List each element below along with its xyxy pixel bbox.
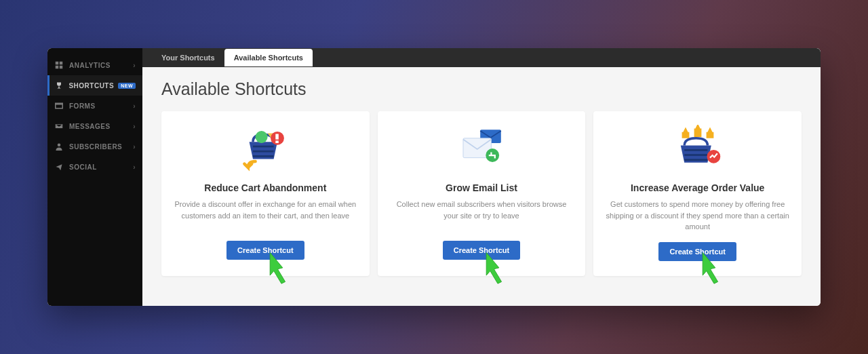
svg-rect-7: [253, 145, 274, 147]
main-content: Your Shortcuts Available Shortcuts Avail…: [142, 48, 821, 306]
cart-abandonment-icon: [235, 123, 296, 174]
svg-rect-19: [684, 154, 707, 156]
svg-rect-18: [684, 149, 707, 151]
svg-rect-1: [60, 62, 63, 65]
sidebar-item-subscribers[interactable]: SUBSCRIBERS ›: [47, 136, 142, 157]
share-icon: [54, 162, 64, 172]
sidebar-item-label: ANALYTICS: [69, 62, 133, 69]
svg-rect-13: [276, 134, 279, 139]
grid-icon: [54, 60, 64, 70]
page-content: Available Shortcuts: [142, 67, 821, 306]
app-window: ANALYTICS › SHORTCUTS NEW FORMS › MESSAG…: [47, 48, 821, 306]
svg-rect-0: [56, 62, 59, 65]
chevron-right-icon: ›: [133, 102, 136, 110]
svg-rect-5: [56, 103, 63, 104]
svg-rect-2: [56, 66, 59, 69]
sidebar-item-label: SOCIAL: [69, 163, 133, 171]
order-value-icon: [667, 123, 728, 174]
trophy-icon: [54, 81, 63, 90]
sidebar-item-label: MESSAGES: [69, 123, 133, 130]
svg-rect-9: [253, 155, 274, 157]
chevron-right-icon: ›: [133, 62, 136, 69]
shortcut-cards: Reduce Cart Abandonment Provide a discou…: [161, 111, 802, 276]
svg-point-6: [58, 144, 61, 147]
svg-rect-20: [684, 159, 707, 161]
svg-point-10: [256, 131, 268, 143]
chevron-right-icon: ›: [133, 163, 136, 171]
card-title: Increase Average Order Value: [631, 182, 764, 193]
pointer-arrow-icon: [695, 248, 733, 288]
new-badge: NEW: [118, 83, 136, 89]
card-description: Collect new email subscribers when visit…: [390, 199, 574, 231]
sidebar-item-shortcuts[interactable]: SHORTCUTS NEW: [47, 75, 142, 96]
svg-rect-3: [60, 66, 63, 69]
sidebar: ANALYTICS › SHORTCUTS NEW FORMS › MESSAG…: [47, 48, 142, 306]
card-title: Reduce Cart Abandonment: [204, 182, 326, 193]
shortcut-card: Reduce Cart Abandonment Provide a discou…: [161, 111, 370, 276]
envelope-icon: [54, 121, 64, 131]
sidebar-item-label: SUBSCRIBERS: [69, 143, 133, 151]
sidebar-item-messages[interactable]: MESSAGES ›: [47, 116, 142, 136]
pointer-arrow-icon: [479, 248, 517, 288]
svg-rect-14: [276, 140, 279, 143]
pointer-arrow-icon: [262, 248, 300, 288]
sidebar-item-label: SHORTCUTS: [68, 82, 114, 90]
window-icon: [54, 101, 64, 111]
tab-available-shortcuts[interactable]: Available Shortcuts: [224, 49, 313, 66]
page-title: Available Shortcuts: [161, 79, 802, 99]
svg-rect-8: [253, 150, 274, 152]
user-icon: [54, 142, 64, 151]
tab-your-shortcuts[interactable]: Your Shortcuts: [152, 49, 224, 66]
sidebar-item-label: FORMS: [69, 102, 133, 110]
shortcut-card: Grow Email List Collect new email subscr…: [378, 111, 586, 276]
card-title: Grow Email List: [446, 182, 517, 193]
sidebar-item-forms[interactable]: FORMS ›: [47, 96, 142, 116]
card-description: Provide a discount offer in exchange for…: [174, 199, 357, 231]
sidebar-item-analytics[interactable]: ANALYTICS ›: [47, 55, 142, 75]
sidebar-item-social[interactable]: SOCIAL ›: [47, 157, 142, 177]
tab-bar: Your Shortcuts Available Shortcuts: [142, 48, 821, 67]
email-list-icon: [451, 123, 512, 174]
chevron-right-icon: ›: [133, 143, 136, 151]
shortcut-card: Increase Average Order Value Get custome…: [593, 111, 802, 276]
chevron-right-icon: ›: [133, 123, 136, 130]
card-description: Get customers to spend more money by off…: [606, 199, 789, 233]
